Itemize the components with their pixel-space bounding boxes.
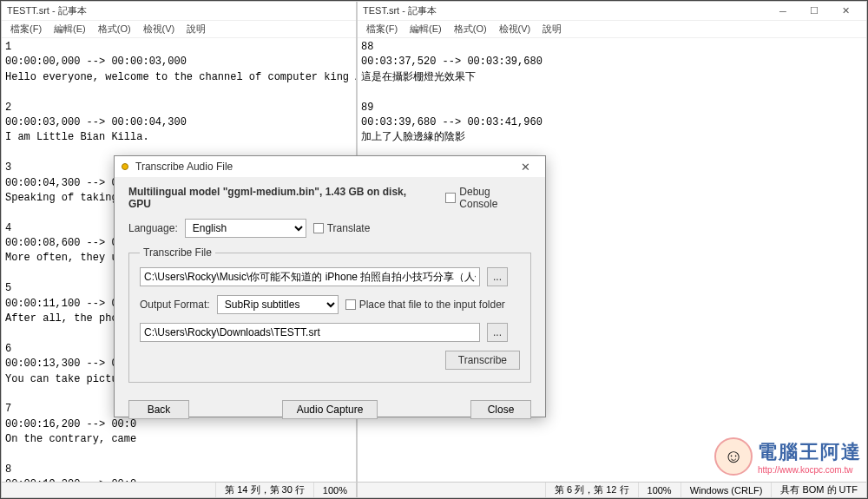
menu-help[interactable]: 說明 bbox=[537, 21, 567, 37]
input-file-path[interactable] bbox=[140, 267, 480, 286]
menu-view[interactable]: 檢視(V) bbox=[138, 21, 181, 37]
place-to-input-checkbox[interactable]: Place that file to the input folder bbox=[345, 299, 505, 311]
close-button[interactable]: Close bbox=[470, 400, 531, 419]
dialog-titlebar[interactable]: Transcribe Audio File ✕ bbox=[115, 156, 545, 177]
language-select[interactable]: English bbox=[185, 219, 306, 238]
menu-format[interactable]: 格式(O) bbox=[93, 21, 136, 37]
menu-format[interactable]: 格式(O) bbox=[449, 21, 492, 37]
output-format-select[interactable]: SubRip subtitles bbox=[217, 295, 339, 314]
window-title: TESTT.srt - 記事本 bbox=[7, 4, 87, 17]
close-button[interactable]: ✕ bbox=[830, 2, 861, 21]
menubar: 檔案(F) 編輯(E) 格式(O) 檢視(V) 說明 bbox=[2, 21, 356, 38]
statusbar: 第 14 列，第 30 行 100% bbox=[2, 482, 356, 497]
minimize-button[interactable]: ─ bbox=[767, 2, 799, 21]
language-label: Language: bbox=[128, 222, 178, 234]
back-button[interactable]: Back bbox=[128, 400, 189, 419]
watermark-text: 電腦王阿達 bbox=[758, 439, 862, 465]
status-position: 第 14 列，第 30 行 bbox=[215, 483, 313, 497]
menu-view[interactable]: 檢視(V) bbox=[494, 21, 536, 37]
menubar: 檔案(F) 編輯(E) 格式(O) 檢視(V) 說明 bbox=[358, 21, 866, 38]
debug-console-checkbox[interactable]: Debug Console bbox=[445, 186, 531, 210]
menu-file[interactable]: 檔案(F) bbox=[361, 21, 403, 37]
titlebar[interactable]: TESTT.srt - 記事本 bbox=[2, 2, 356, 21]
transcribe-button[interactable]: Transcribe bbox=[445, 351, 520, 370]
output-file-path[interactable] bbox=[140, 323, 480, 342]
app-icon bbox=[122, 163, 128, 170]
status-zoom: 100% bbox=[313, 483, 356, 497]
window-title: TEST.srt - 記事本 bbox=[363, 4, 437, 17]
audio-capture-button[interactable]: Audio Capture bbox=[282, 400, 378, 419]
transcribe-dialog: Transcribe Audio File ✕ Multilingual mod… bbox=[114, 155, 546, 417]
maximize-button[interactable]: ☐ bbox=[799, 2, 830, 21]
close-icon[interactable]: ✕ bbox=[512, 156, 538, 177]
statusbar: 第 6 列，第 12 行 100% Windows (CRLF) 具有 BOM … bbox=[358, 482, 866, 497]
watermark: ☺ 電腦王阿達 http://www.kocpc.com.tw bbox=[714, 437, 862, 476]
status-eol: Windows (CRLF) bbox=[681, 483, 772, 497]
translate-checkbox[interactable]: Translate bbox=[313, 222, 371, 234]
fieldset-legend: Transcribe File bbox=[140, 246, 215, 259]
transcribe-file-group: Transcribe File ... Output Format: SubRi… bbox=[128, 246, 531, 383]
menu-edit[interactable]: 編輯(E) bbox=[404, 21, 447, 37]
browse-input-button[interactable]: ... bbox=[487, 267, 508, 286]
browse-output-button[interactable]: ... bbox=[487, 323, 508, 342]
menu-edit[interactable]: 編輯(E) bbox=[49, 21, 91, 37]
status-zoom: 100% bbox=[638, 483, 681, 497]
menu-file[interactable]: 檔案(F) bbox=[5, 21, 47, 37]
output-format-label: Output Format: bbox=[140, 299, 210, 311]
titlebar[interactable]: TEST.srt - 記事本 ─ ☐ ✕ bbox=[358, 2, 866, 21]
model-info: Multilingual model "ggml-medium.bin", 1.… bbox=[128, 186, 431, 210]
status-position: 第 6 列，第 12 行 bbox=[545, 483, 638, 497]
watermark-url: http://www.kocpc.com.tw bbox=[758, 465, 862, 475]
status-encoding: 具有 BOM 的 UTF bbox=[771, 483, 866, 497]
menu-help[interactable]: 說明 bbox=[181, 21, 211, 37]
dialog-title: Transcribe Audio File bbox=[135, 161, 233, 173]
avatar-icon: ☺ bbox=[714, 437, 753, 476]
